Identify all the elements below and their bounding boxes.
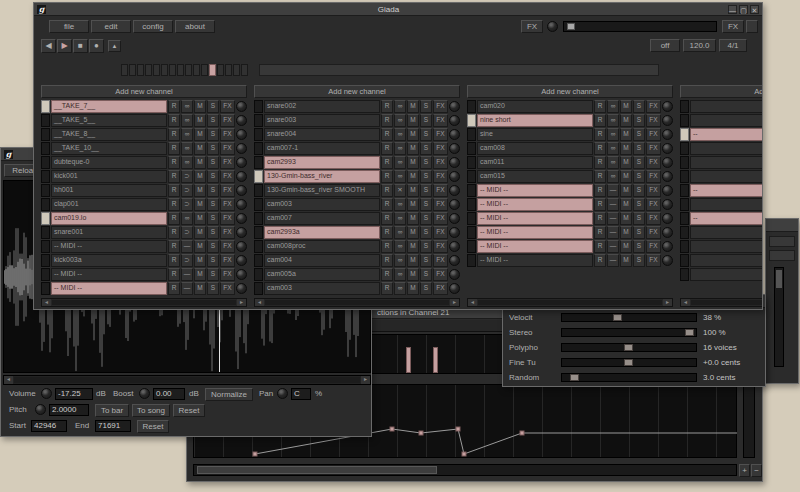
channel-mode-button[interactable]: ∞ bbox=[394, 226, 406, 239]
channel-solo-button[interactable]: S bbox=[420, 142, 432, 155]
channel-record-button[interactable]: R bbox=[168, 282, 180, 295]
channel-solo-button[interactable]: S bbox=[420, 198, 432, 211]
channel-status-led[interactable] bbox=[467, 184, 476, 197]
channel-volume-knob[interactable] bbox=[662, 185, 673, 196]
channel-mode-button[interactable]: ∞ bbox=[181, 212, 193, 225]
channel-fx-button[interactable]: FX bbox=[220, 170, 235, 183]
channel-name-button[interactable]: snare003 bbox=[264, 114, 380, 127]
channel-fx-button[interactable]: FX bbox=[433, 156, 448, 169]
channel-mute-button[interactable]: M bbox=[407, 156, 419, 169]
channel-fx-button[interactable]: FX bbox=[646, 128, 661, 141]
close-icon[interactable]: ✕ bbox=[750, 5, 759, 14]
channel-fx-button[interactable]: FX bbox=[220, 198, 235, 211]
channel-volume-knob[interactable] bbox=[662, 115, 673, 126]
channel-status-led[interactable] bbox=[680, 212, 689, 225]
channel-record-button[interactable]: R bbox=[168, 156, 180, 169]
channel-name-button[interactable]: clap001 bbox=[51, 198, 167, 211]
channel-solo-button[interactable]: S bbox=[207, 100, 219, 113]
channel-record-button[interactable]: R bbox=[594, 184, 606, 197]
master-out-fx-button[interactable]: FX bbox=[722, 20, 744, 33]
channel-name-button[interactable] bbox=[690, 254, 763, 267]
scrollbar-trough[interactable] bbox=[478, 300, 662, 305]
channel-fx-button[interactable]: FX bbox=[646, 156, 661, 169]
channel-record-button[interactable]: R bbox=[381, 226, 393, 239]
channel-mode-button[interactable]: — bbox=[181, 268, 193, 281]
channel-fx-button[interactable]: FX bbox=[646, 114, 661, 127]
channel-volume-knob[interactable] bbox=[662, 101, 673, 112]
channel-mode-button[interactable]: ✕ bbox=[394, 184, 406, 197]
channel-solo-button[interactable]: S bbox=[420, 114, 432, 127]
channel-volume-knob[interactable] bbox=[449, 157, 460, 168]
channel-fx-button[interactable]: FX bbox=[220, 254, 235, 267]
channel-name-button[interactable]: -- MIDI -- bbox=[477, 184, 593, 197]
channel-solo-button[interactable]: S bbox=[633, 100, 645, 113]
channel-name-button[interactable]: cam011 bbox=[477, 156, 593, 169]
channel-record-button[interactable]: R bbox=[381, 254, 393, 267]
end-input[interactable]: 71691 bbox=[95, 420, 131, 432]
beat-cell[interactable] bbox=[209, 64, 216, 76]
scrollbar-trough[interactable] bbox=[52, 300, 236, 305]
channel-status-led[interactable] bbox=[254, 282, 263, 295]
channel-fx-button[interactable]: FX bbox=[220, 268, 235, 281]
channel-volume-knob[interactable] bbox=[662, 157, 673, 168]
channel-mute-button[interactable]: M bbox=[407, 100, 419, 113]
channel-fx-button[interactable]: FX bbox=[220, 156, 235, 169]
channel-mute-button[interactable]: M bbox=[194, 198, 206, 211]
channel-name-button[interactable]: 130-Gmin-bass_river bbox=[264, 170, 380, 183]
channel-name-button[interactable]: sine bbox=[477, 128, 593, 141]
channel-status-led[interactable] bbox=[41, 198, 50, 211]
scroll-right-icon[interactable]: ▸ bbox=[237, 299, 246, 306]
channel-name-button[interactable]: -- bbox=[690, 128, 763, 141]
channel-name-button[interactable] bbox=[690, 198, 763, 211]
scrollbar-handle[interactable] bbox=[197, 466, 437, 474]
channel-name-button[interactable] bbox=[690, 170, 763, 183]
channel-record-button[interactable]: R bbox=[381, 128, 393, 141]
channel-status-led[interactable] bbox=[254, 198, 263, 211]
channel-status-led[interactable] bbox=[467, 156, 476, 169]
channel-status-led[interactable] bbox=[254, 128, 263, 141]
channel-mode-button[interactable]: ∞ bbox=[181, 128, 193, 141]
channel-solo-button[interactable]: S bbox=[420, 254, 432, 267]
channel-mute-button[interactable]: M bbox=[407, 114, 419, 127]
channel-solo-button[interactable]: S bbox=[633, 128, 645, 141]
pitch-reset-button[interactable]: Reset bbox=[173, 404, 205, 417]
channel-volume-knob[interactable] bbox=[236, 157, 247, 168]
range-reset-button[interactable]: Reset bbox=[137, 420, 169, 433]
channel-name-button[interactable]: cam007-1 bbox=[264, 142, 380, 155]
channel-record-button[interactable]: R bbox=[381, 100, 393, 113]
boost-knob[interactable] bbox=[139, 388, 150, 399]
channel-mute-button[interactable]: M bbox=[407, 212, 419, 225]
beat-cell[interactable] bbox=[161, 64, 168, 76]
channel-status-led[interactable] bbox=[254, 226, 263, 239]
channel-record-button[interactable]: R bbox=[168, 100, 180, 113]
channel-mute-button[interactable]: M bbox=[620, 100, 632, 113]
channel-mute-button[interactable]: M bbox=[620, 128, 632, 141]
channel-record-button[interactable]: R bbox=[168, 128, 180, 141]
channel-status-led[interactable] bbox=[467, 254, 476, 267]
channel-solo-button[interactable]: S bbox=[633, 170, 645, 183]
channel-name-button[interactable] bbox=[690, 156, 763, 169]
channel-solo-button[interactable]: S bbox=[420, 100, 432, 113]
channel-status-led[interactable] bbox=[467, 198, 476, 211]
channel-volume-knob[interactable] bbox=[449, 101, 460, 112]
sequencer-progress-bar[interactable] bbox=[259, 64, 659, 76]
channel-name-button[interactable]: -- MIDI -- bbox=[51, 240, 167, 253]
channel-mute-button[interactable]: M bbox=[194, 184, 206, 197]
channel-fx-button[interactable]: FX bbox=[646, 254, 661, 267]
channel-name-button[interactable]: cam020 bbox=[477, 100, 593, 113]
bpm-button[interactable]: 120.0 bbox=[683, 39, 716, 52]
channel-fx-button[interactable]: FX bbox=[433, 142, 448, 155]
slider-handle[interactable] bbox=[567, 23, 575, 30]
channel-mute-button[interactable]: M bbox=[194, 156, 206, 169]
channel-status-led[interactable] bbox=[41, 142, 50, 155]
channel-record-button[interactable]: R bbox=[594, 142, 606, 155]
channel-status-led[interactable] bbox=[680, 254, 689, 267]
beat-cell[interactable] bbox=[241, 64, 248, 76]
column-scrollbar[interactable]: ◂ ▸ bbox=[254, 298, 460, 307]
channel-name-button[interactable]: 130-Gmin-bass_river SMOOTH bbox=[264, 184, 380, 197]
channel-fx-button[interactable]: FX bbox=[646, 170, 661, 183]
side-window-slider-handle[interactable] bbox=[776, 270, 782, 288]
master-in-fx-button[interactable]: FX bbox=[521, 20, 543, 33]
channel-record-button[interactable]: R bbox=[594, 170, 606, 183]
channel-mode-button[interactable]: ∞ bbox=[181, 100, 193, 113]
